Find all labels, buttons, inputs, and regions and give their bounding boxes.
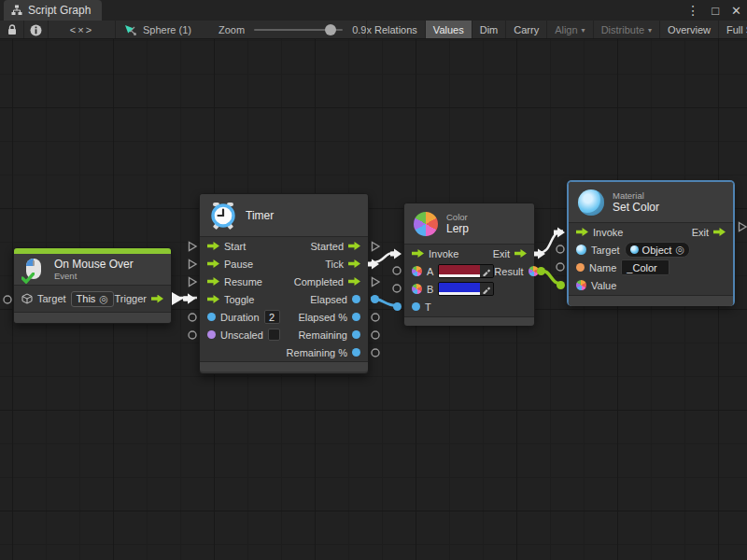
object-picker-icon[interactable]: ◎ [99,293,108,305]
unscaled-port[interactable] [207,330,216,339]
maximize-icon[interactable]: □ [712,5,719,17]
close-icon[interactable]: ✕ [731,5,741,17]
invoke-port[interactable] [576,228,588,236]
target-port-label: Target [37,293,66,304]
exit-port[interactable] [514,249,527,258]
color-b-value [439,283,480,292]
color-wheel-icon [414,212,438,236]
color-a-swatch[interactable] [438,264,494,278]
invoke-outer-port-connected[interactable] [554,227,568,238]
elapsed-percent-outer-port[interactable] [370,312,381,323]
started-port[interactable] [348,242,360,250]
code-view-button[interactable]: <×> [49,21,116,39]
object-type-icon [630,245,639,254]
remaining-port[interactable] [352,330,360,339]
selection-label: Sphere (1) [143,24,191,35]
a-port[interactable] [412,266,422,276]
align-button[interactable]: Align▾ [547,21,593,39]
trigger-flow-port[interactable] [151,295,163,303]
eyedropper-icon[interactable] [480,265,493,277]
remaining-outer-port[interactable] [370,329,381,341]
unscaled-outer-port[interactable] [187,329,198,341]
value-outer-port-connected[interactable] [556,280,566,290]
target-outer-port[interactable] [2,294,13,305]
name-input[interactable]: _Color [621,259,669,275]
toggle-port[interactable] [207,295,219,303]
result-outer-port-connected[interactable] [536,266,546,276]
node-category: Material [613,190,659,202]
b-outer-port[interactable] [391,283,402,294]
duration-outer-port[interactable] [187,312,198,323]
fullscreen-button[interactable]: Full Screen [719,21,747,39]
tick-outer-port-connected[interactable] [368,259,382,270]
object-picker-icon[interactable]: ◎ [675,244,684,256]
timer-clock-icon [209,202,237,230]
pause-port[interactable] [207,259,219,268]
remaining-percent-outer-port[interactable] [370,347,381,358]
eyedropper-icon[interactable] [480,283,493,295]
node-color-lerp[interactable]: Color Lerp Invoke Exit A Result B [403,203,535,325]
zoom-slider-handle[interactable] [325,24,336,35]
remaining-percent-port[interactable] [352,348,360,357]
name-outer-port[interactable] [555,261,566,273]
node-set-color[interactable]: Material Set Color Invoke Exit Target Ob… [568,181,734,305]
target-outer-port[interactable] [555,244,566,255]
resume-port[interactable] [207,277,219,286]
target-object-field[interactable]: Object ◎ [625,242,690,258]
node-footer [569,295,733,306]
unscaled-checkbox[interactable] [268,329,280,341]
color-b-swatch[interactable] [438,282,494,296]
name-port[interactable] [576,263,585,272]
node-title: Lerp [446,222,469,235]
values-button[interactable]: Values [426,21,472,39]
value-port[interactable] [576,280,586,290]
tick-port[interactable] [348,259,360,268]
material-sphere-icon [578,189,604,216]
completed-port[interactable] [348,277,360,286]
start-port[interactable] [207,242,219,250]
distribute-button[interactable]: Distribute▾ [594,21,660,39]
exit-outer-port[interactable] [737,221,747,232]
zoom-slider-track[interactable] [254,29,343,31]
tab-script-graph[interactable]: Script Graph [4,0,102,21]
a-outer-port[interactable] [391,265,402,276]
dim-button[interactable]: Dim [472,21,507,39]
start-outer-port[interactable] [187,241,198,252]
resume-outer-port[interactable] [187,276,198,287]
exit-port[interactable] [713,228,726,236]
t-port[interactable] [412,302,420,311]
target-self-field[interactable]: This ◎ [71,291,114,307]
target-port[interactable] [576,245,586,255]
carry-button[interactable]: Carry [506,21,547,39]
code-view-label: <×> [70,24,93,35]
completed-outer-port[interactable] [370,276,381,287]
zoom-label: Zoom [218,24,245,35]
elapsed-port[interactable] [352,295,360,303]
graph-canvas[interactable]: On Mouse Over Event Target This ◎ Trigge… [0,39,747,560]
pause-outer-port[interactable] [187,259,198,270]
elapsed-outer-port-connected[interactable] [370,294,380,304]
node-timer[interactable]: Timer Start Started Pause Tick Resume Co… [199,193,369,374]
relations-button[interactable]: Relations [367,21,426,39]
color-a-value [439,265,480,274]
duration-port[interactable] [207,313,216,321]
info-button[interactable] [24,21,49,39]
lock-button[interactable] [0,21,24,39]
toggle-outer-port-connected[interactable] [184,293,198,304]
node-on-mouse-over[interactable]: On Mouse Over Event Target This ◎ Trigge… [13,247,172,324]
node-category: Color [446,212,469,223]
elapsed-percent-port[interactable] [352,313,360,321]
selection-indicator[interactable]: Sphere (1) [124,21,191,39]
started-outer-port[interactable] [370,241,381,252]
chevron-down-icon: ▾ [582,26,585,35]
kebab-menu-icon[interactable]: ⋮ [686,4,699,17]
invoke-port[interactable] [412,249,424,258]
exit-outer-port-connected[interactable] [534,248,548,259]
graph-toolbar: <×> Sphere (1) Zoom 0.9x Relations Value… [0,21,747,39]
invoke-outer-port-connected[interactable] [390,248,404,259]
node-title: On Mouse Over [54,258,134,271]
t-outer-port-connected[interactable] [392,301,402,312]
duration-input[interactable]: 2 [264,310,280,324]
overview-button[interactable]: Overview [660,21,719,39]
b-port[interactable] [412,284,422,294]
